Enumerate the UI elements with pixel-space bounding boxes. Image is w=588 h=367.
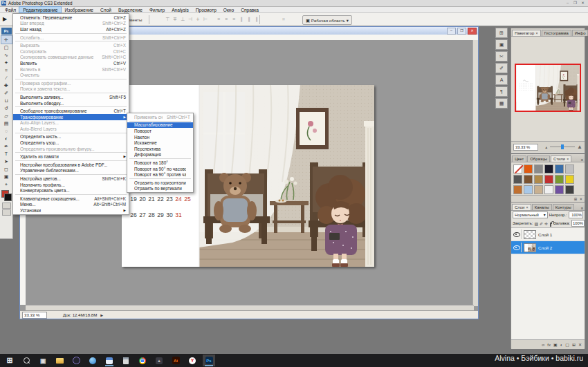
dock-brushes-icon[interactable]: ✐ <box>495 63 508 73</box>
auto-align-icon[interactable]: ⌗ <box>280 17 287 22</box>
edit-menu-item[interactable]: Настройки преобразования в Adobe PDF... … <box>13 162 129 168</box>
gradient-tool[interactable]: ▤ <box>1 120 12 127</box>
close-button[interactable]: ✕ <box>580 0 586 6</box>
edit-menu-item[interactable]: Отменить: Перемещение Ctrl+Z ▶ <box>13 15 129 21</box>
browser-sphere-icon[interactable] <box>86 355 99 366</box>
edit-menu-item[interactable]: Скопировать совмещенные данные Shift+Ctr… <box>13 55 129 61</box>
tab-layers[interactable]: Слои× <box>512 204 531 210</box>
maximize-button[interactable]: ❐ <box>572 0 578 6</box>
style-swatch[interactable] <box>524 164 533 173</box>
edit-menu-item[interactable]: Шаг вперед Shift+Ctrl+Z ▶ <box>13 21 129 27</box>
edit-menu-item[interactable]: Auto-Align Layers... ▶ <box>13 120 129 126</box>
layer-visibility-toggle[interactable] <box>513 243 522 252</box>
menu-file[interactable]: Файл <box>1 7 19 12</box>
style-swatch[interactable] <box>524 185 533 194</box>
menu-help[interactable]: Справка <box>237 7 262 12</box>
edit-menu-item[interactable]: Удалить из памяти ▶ <box>13 153 129 160</box>
edit-menu-item[interactable]: Установки ▶ <box>13 207 129 214</box>
menu-select[interactable]: Выделение <box>115 7 146 12</box>
task-view-icon[interactable] <box>37 355 49 366</box>
style-swatch[interactable] <box>565 175 574 184</box>
start-button[interactable] <box>3 355 16 366</box>
eraser-tool[interactable]: ▱ <box>1 112 12 120</box>
doc-maximize-button[interactable]: ❐ <box>457 28 466 35</box>
notes-tool[interactable]: ▣ <box>1 173 12 180</box>
transform-submenu-item[interactable]: Поворот на 90° по часовой <box>127 166 193 172</box>
style-swatch[interactable] <box>524 175 533 184</box>
style-swatch[interactable] <box>534 175 543 184</box>
media-app-icon[interactable] <box>70 355 82 366</box>
illustrator-icon[interactable]: Ai <box>169 355 182 366</box>
layer-1[interactable]: Слой 1 <box>511 228 585 241</box>
edit-menu-item[interactable]: Вклеить Ctrl+V ▶ <box>13 60 129 66</box>
dark-app-icon[interactable]: ▲ <box>153 355 165 366</box>
style-swatch[interactable] <box>544 185 553 194</box>
chrome-icon[interactable] <box>136 355 149 366</box>
menu-layer[interactable]: Слой <box>97 7 115 12</box>
style-swatch[interactable] <box>534 164 543 173</box>
file-explorer-icon[interactable] <box>53 355 66 366</box>
new-layer-icon[interactable]: ⊞ <box>572 342 576 347</box>
photoshop-icon[interactable]: Ps <box>203 355 215 366</box>
pen-tool[interactable]: ✒ <box>1 142 12 150</box>
style-swatch[interactable] <box>565 164 574 173</box>
history-brush-tool[interactable]: ↺ <box>1 104 12 112</box>
edit-menu-item[interactable]: Меню... Alt+Shift+Ctrl+M ▶ <box>13 202 129 208</box>
edit-menu-item[interactable]: Определить узор... ▶ <box>13 140 129 146</box>
lock-all-icon[interactable] <box>550 223 551 227</box>
vertical-scrollbar[interactable] <box>472 40 478 306</box>
dock-tool-presets-icon[interactable]: ⊞ <box>495 28 508 38</box>
calculator-icon[interactable] <box>120 355 132 366</box>
style-swatch[interactable] <box>555 185 564 194</box>
style-swatch[interactable] <box>544 164 553 173</box>
zoom-out-icon[interactable]: ▲ <box>544 145 548 149</box>
marquee-tool[interactable]: ▢ <box>1 44 12 51</box>
edit-menu-item[interactable]: Управление библиотеками... ▶ <box>13 168 129 174</box>
navigator-zoom-slider[interactable] <box>550 144 575 149</box>
horizontal-scrollbar[interactable] <box>26 305 474 310</box>
adjustment-layer-icon[interactable]: ◐ <box>560 343 563 347</box>
style-none[interactable] <box>513 164 522 173</box>
menu-analysis[interactable]: Analysis <box>168 7 192 12</box>
distribute-bottom-icon[interactable]: ≡ <box>230 17 237 21</box>
panel-menu-icon[interactable]: ≡ <box>581 206 585 210</box>
opacity-value[interactable]: 100% <box>569 211 583 218</box>
tab-info[interactable]: Инфо× <box>572 30 588 36</box>
delete-layer-icon[interactable]: ✕ <box>578 342 582 347</box>
blend-mode-select[interactable]: Нормальный ▾ <box>513 211 548 218</box>
style-swatch[interactable] <box>534 185 543 194</box>
distribute-hcenter-icon[interactable]: ∥ <box>246 17 252 22</box>
layer-visibility-toggle[interactable] <box>513 229 522 239</box>
brush-tool[interactable]: ✐ <box>1 89 12 97</box>
edit-menu-item[interactable]: Выполнить обводку... ▶ <box>13 100 129 106</box>
path-selection-tool[interactable]: ➤ <box>1 158 12 165</box>
move-tool[interactable]: ✛ <box>1 36 12 44</box>
layer-thumbnail[interactable] <box>524 230 536 239</box>
doc-minimize-button[interactable]: – <box>447 28 456 35</box>
status-arrow-icon[interactable]: ▶ <box>100 313 103 317</box>
style-swatch[interactable] <box>544 175 553 184</box>
tab-styles[interactable]: Стили× <box>551 156 571 162</box>
paint-app-icon[interactable] <box>103 355 116 366</box>
search-icon[interactable] <box>20 355 33 366</box>
tab-swatches[interactable]: Образцы× <box>527 156 550 162</box>
navigator-proxy-view[interactable] <box>515 64 581 112</box>
eyedropper-tool[interactable]: ∕ <box>1 74 12 82</box>
quick-mask-button[interactable] <box>2 203 11 209</box>
edit-menu-item[interactable]: Поиск и замена текста... ▶ <box>13 86 129 93</box>
style-swatch[interactable] <box>513 185 522 194</box>
zoom-tool[interactable]: ⌖ <box>1 180 12 188</box>
new-style-icon[interactable]: ⊞ <box>574 197 578 201</box>
edit-menu-item[interactable]: Трансформирование ▶ <box>13 114 129 120</box>
transform-submenu-item[interactable]: Поворот на 90° против часовой <box>127 171 193 178</box>
link-layers-icon[interactable]: ∞ <box>542 343 544 347</box>
dock-histogram-icon[interactable]: ▦ <box>495 98 508 109</box>
edit-menu-item[interactable]: Auto-Blend Layers ▶ <box>13 126 129 132</box>
layer-style-icon[interactable]: fx <box>547 343 551 347</box>
align-left-edges-icon[interactable]: ⊣ <box>187 17 194 22</box>
layer-2[interactable]: Слой 2 <box>511 241 585 254</box>
edit-menu-item[interactable]: Определить произвольную фигуру... ▶ <box>13 146 129 152</box>
doc-close-button[interactable]: ✕ <box>468 28 477 35</box>
transform-submenu-item[interactable]: Отразить по горизонтали <box>127 180 193 186</box>
dock-clone-source-icon[interactable]: ✂ <box>495 51 508 62</box>
